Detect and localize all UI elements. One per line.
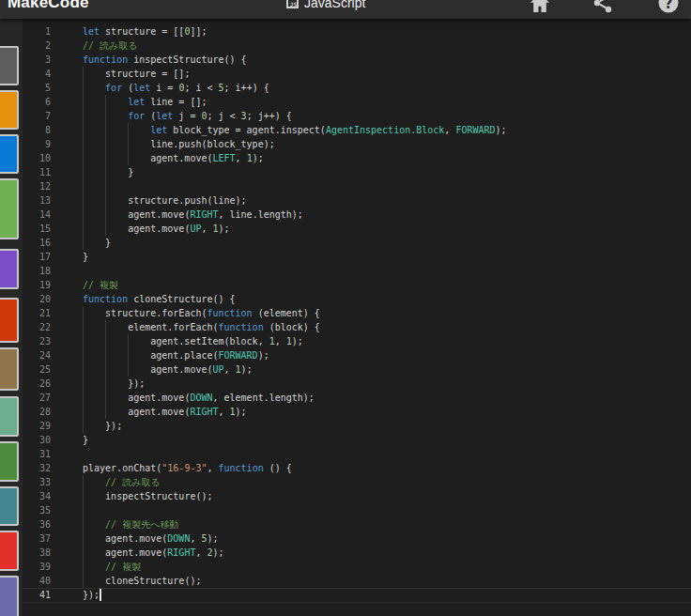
code-line-37[interactable]: 37 agent.move(DOWN, 5); bbox=[23, 531, 691, 546]
code-editor[interactable]: 1let structure = [[0]];2// 読み取る3function… bbox=[23, 19, 691, 616]
code-line-16[interactable]: 16 } bbox=[23, 236, 691, 250]
code-line-29[interactable]: 29 }); bbox=[23, 419, 691, 433]
toolbox bbox=[0, 19, 23, 616]
line-number: 12 bbox=[23, 179, 51, 193]
code-line-8[interactable]: 8 let block_type = agent.inspect(AgentIn… bbox=[23, 123, 691, 137]
code-line-3[interactable]: 3function inspectStructure() { bbox=[23, 53, 691, 67]
toolbox-block-orange[interactable] bbox=[0, 90, 19, 130]
line-number: 20 bbox=[23, 292, 51, 306]
code-line-34[interactable]: 34 inspectStructure(); bbox=[23, 489, 691, 503]
code-line-26[interactable]: 26 }); bbox=[23, 377, 691, 391]
code-line-31[interactable]: 31 bbox=[23, 447, 691, 461]
code-line-13[interactable]: 13 structure.push(line); bbox=[23, 193, 691, 208]
code-line-12[interactable]: 12 bbox=[23, 179, 691, 193]
code-text: let block_type = agent.inspect(AgentInsp… bbox=[83, 123, 507, 137]
toolbox-block-red-orange[interactable] bbox=[0, 298, 19, 343]
code-line-30[interactable]: 30} bbox=[23, 433, 691, 447]
code-line-18[interactable]: 18 bbox=[23, 264, 691, 278]
home-button[interactable] bbox=[529, 0, 551, 14]
code-text: // 読み取る bbox=[83, 475, 161, 489]
line-number: 34 bbox=[23, 489, 51, 503]
code-line-27[interactable]: 27 agent.move(DOWN, element.length); bbox=[23, 391, 691, 405]
line-number: 11 bbox=[23, 165, 51, 179]
code-text: agent.move(UP, 1); bbox=[83, 222, 230, 236]
text-cursor bbox=[100, 589, 101, 601]
help-button[interactable]: ? bbox=[657, 0, 680, 14]
line-number: 23 bbox=[23, 334, 51, 348]
code-text: agent.move(RIGHT, 1); bbox=[83, 405, 247, 419]
code-text: agent.place(FORWARD); bbox=[83, 348, 269, 362]
toolbox-block-green[interactable] bbox=[0, 178, 19, 239]
code-text: structure.forEach(function (element) { bbox=[83, 306, 320, 320]
toolbox-block-teal[interactable] bbox=[0, 486, 19, 526]
code-text: agent.move(DOWN, element.length); bbox=[83, 391, 315, 405]
code-text: for (let j = 0; j < 3; j++) { bbox=[83, 109, 292, 123]
code-text: function cloneStructure() { bbox=[83, 292, 236, 306]
code-line-10[interactable]: 10 agent.move(LEFT, 1); bbox=[23, 151, 691, 165]
code-line-23[interactable]: 23 agent.setItem(block, 1, 1); bbox=[23, 334, 691, 348]
toolbox-block-dark-green[interactable] bbox=[0, 441, 19, 482]
code-text: let structure = [[0]]; bbox=[83, 24, 207, 38]
brand-logo[interactable]: MakeCode bbox=[8, 0, 89, 12]
code-line-19[interactable]: 19// 複製 bbox=[23, 278, 691, 292]
code-text: // 複製 bbox=[83, 278, 118, 292]
toolbox-block-sea-green[interactable] bbox=[0, 396, 19, 437]
line-number: 10 bbox=[23, 151, 51, 165]
code-line-35[interactable]: 35 bbox=[23, 503, 691, 517]
code-line-24[interactable]: 24 agent.place(FORWARD); bbox=[23, 348, 691, 362]
code-line-32[interactable]: 32player.onChat("16-9-3", function () { bbox=[23, 461, 691, 475]
code-line-36[interactable]: 36 // 複製先へ移動 bbox=[23, 517, 691, 531]
code-line-17[interactable]: 17} bbox=[23, 250, 691, 264]
code-line-20[interactable]: 20function cloneStructure() { bbox=[23, 292, 691, 306]
code-line-1[interactable]: 1let structure = [[0]]; bbox=[23, 24, 691, 38]
code-line-7[interactable]: 7 for (let j = 0; j < 3; j++) { bbox=[23, 109, 691, 123]
code-line-40[interactable]: 40 cloneStructure(); bbox=[23, 574, 691, 588]
line-number: 29 bbox=[23, 419, 51, 433]
code-text: let line = []; bbox=[83, 95, 207, 109]
line-number: 14 bbox=[23, 208, 51, 222]
line-number: 2 bbox=[23, 38, 51, 53]
toolbox-block-brown[interactable] bbox=[0, 347, 19, 391]
code-text: agent.move(DOWN, 5); bbox=[83, 531, 219, 546]
line-number: 8 bbox=[23, 123, 51, 137]
code-text: inspectStructure(); bbox=[83, 489, 212, 503]
code-line-14[interactable]: 14 agent.move(RIGHT, line.length); bbox=[23, 208, 691, 222]
code-line-21[interactable]: 21 structure.forEach(function (element) … bbox=[23, 306, 691, 320]
code-line-15[interactable]: 15 agent.move(UP, 1); bbox=[23, 222, 691, 236]
code-line-33[interactable]: 33 // 読み取る bbox=[23, 475, 691, 489]
top-bar: MakeCode JS JavaScript bbox=[0, 0, 691, 19]
line-number: 17 bbox=[23, 250, 51, 264]
code-line-28[interactable]: 28 agent.move(RIGHT, 1); bbox=[23, 405, 691, 419]
line-number: 25 bbox=[23, 362, 51, 377]
line-number: 1 bbox=[23, 24, 51, 38]
code-text: agent.move(RIGHT, line.length); bbox=[83, 208, 303, 222]
code-line-25[interactable]: 25 agent.move(UP, 1); bbox=[23, 362, 691, 377]
share-button[interactable] bbox=[591, 0, 614, 14]
toolbox-block-red[interactable] bbox=[0, 531, 19, 571]
line-number: 38 bbox=[23, 546, 51, 560]
line-number: 37 bbox=[23, 531, 51, 546]
code-line-11[interactable]: 11 } bbox=[23, 165, 691, 179]
code-lines: 1let structure = [[0]];2// 読み取る3function… bbox=[23, 24, 691, 602]
code-text: agent.move(RIGHT, 2); bbox=[83, 546, 224, 560]
code-text: // 複製先へ移動 bbox=[83, 517, 178, 531]
code-line-9[interactable]: 9 line.push(block_type); bbox=[23, 137, 691, 151]
toolbox-block-gray[interactable] bbox=[0, 46, 19, 85]
code-line-2[interactable]: 2// 読み取る bbox=[23, 38, 691, 53]
js-badge-icon: JS bbox=[286, 0, 299, 8]
code-line-4[interactable]: 4 structure = []; bbox=[23, 67, 691, 81]
line-number: 28 bbox=[23, 405, 51, 419]
code-line-5[interactable]: 5 for (let i = 0; i < 5; i++) { bbox=[23, 81, 691, 95]
code-line-39[interactable]: 39 // 複製 bbox=[23, 560, 691, 574]
code-line-38[interactable]: 38 agent.move(RIGHT, 2); bbox=[23, 546, 691, 560]
code-line-6[interactable]: 6 let line = []; bbox=[23, 95, 691, 109]
toolbox-block-purple[interactable] bbox=[0, 249, 19, 289]
code-line-22[interactable]: 22 element.forEach(function (block) { bbox=[23, 320, 691, 334]
code-text: // 読み取る bbox=[83, 38, 138, 53]
code-text: } bbox=[83, 250, 88, 264]
code-text: agent.setItem(block, 1, 1); bbox=[83, 334, 303, 348]
toolbox-block-slate-purple[interactable] bbox=[0, 576, 19, 616]
toolbox-block-blue[interactable] bbox=[0, 134, 19, 174]
line-number: 36 bbox=[23, 517, 51, 531]
code-line-41[interactable]: 41}); bbox=[23, 588, 691, 602]
